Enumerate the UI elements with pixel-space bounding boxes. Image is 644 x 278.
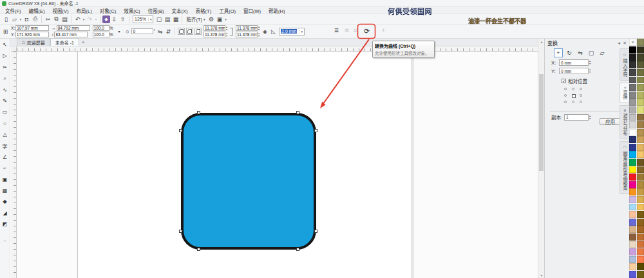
- anchor-radio[interactable]: [580, 94, 582, 97]
- color-swatch[interactable]: [629, 159, 636, 166]
- menu-item-3[interactable]: 布局(L): [73, 7, 96, 14]
- anchor-radio[interactable]: [564, 101, 567, 103]
- color-swatch[interactable]: [637, 106, 644, 114]
- parallel-dimension-tool[interactable]: ∠: [1, 153, 9, 161]
- color-swatch[interactable]: [637, 99, 644, 106]
- object-x-field[interactable]: 107.97 mm: [15, 25, 49, 31]
- shape-node[interactable]: [179, 129, 182, 132]
- docker-x-field[interactable]: 0 mm: [559, 59, 589, 66]
- zoom-level-combo[interactable]: 125% ▾: [133, 15, 153, 23]
- stepper[interactable]: ▴▾: [258, 32, 260, 37]
- color-swatch[interactable]: [637, 248, 644, 255]
- color-swatch[interactable]: [637, 129, 644, 136]
- text-tool[interactable]: 字: [1, 142, 9, 150]
- color-swatch[interactable]: [629, 196, 636, 203]
- color-swatch[interactable]: [637, 174, 644, 181]
- shape-node[interactable]: [197, 248, 200, 251]
- connector-tool[interactable]: ⌐: [1, 164, 9, 172]
- corner-radius-br-field[interactable]: 11.378 mm: [236, 32, 258, 37]
- color-swatch[interactable]: [629, 271, 636, 278]
- color-eyedropper-tool[interactable]: ◆: [1, 197, 9, 206]
- tab-untitled-document[interactable]: 未命名 -1: [50, 38, 79, 46]
- color-swatch[interactable]: [637, 84, 644, 91]
- color-swatch[interactable]: [637, 54, 644, 61]
- color-swatch[interactable]: [637, 121, 644, 128]
- color-swatch[interactable]: [629, 121, 636, 128]
- link-corners-icon[interactable]: [230, 28, 233, 35]
- scalloped-corner-button[interactable]: [186, 28, 193, 35]
- color-swatch[interactable]: [637, 144, 644, 151]
- menu-item-1[interactable]: 编辑(E): [25, 7, 49, 14]
- anchor-radio[interactable]: [580, 101, 582, 103]
- color-swatch[interactable]: [637, 69, 644, 76]
- crop-tool[interactable]: ✂: [1, 63, 9, 72]
- polygon-tool[interactable]: △: [1, 130, 9, 139]
- menu-item-6[interactable]: 位图(B): [144, 7, 168, 14]
- freehand-tool[interactable]: ∿: [1, 86, 9, 94]
- stepper[interactable]: ▴▾: [226, 26, 227, 31]
- docker-tab-1[interactable]: +变换: [620, 83, 629, 103]
- chamfered-corner-button[interactable]: [194, 28, 202, 35]
- app-launcher-icon[interactable]: ▣: [216, 15, 224, 23]
- pick-tool[interactable]: ↖: [1, 41, 9, 49]
- color-swatch[interactable]: [637, 136, 644, 143]
- docker-y-field[interactable]: 0 mm: [559, 68, 589, 74]
- object-y-field[interactable]: 171.926 mm: [15, 32, 49, 37]
- color-swatch[interactable]: [637, 77, 644, 84]
- menu-item-10[interactable]: 窗口(W): [240, 7, 265, 14]
- color-swatch[interactable]: [629, 248, 636, 255]
- shape-node[interactable]: [314, 230, 317, 233]
- shape-node[interactable]: [296, 111, 299, 114]
- color-swatch[interactable]: [629, 219, 636, 226]
- color-swatch[interactable]: [629, 204, 636, 211]
- round-corner-button[interactable]: [178, 28, 185, 35]
- object-height-field[interactable]: 83.417 mm: [54, 32, 88, 37]
- anchor-radio[interactable]: [564, 88, 567, 90]
- rounded-rectangle-object[interactable]: [181, 113, 316, 250]
- color-swatch[interactable]: [637, 39, 644, 46]
- color-swatch[interactable]: [629, 256, 636, 263]
- stepper[interactable]: ▴▾: [589, 68, 591, 74]
- menu-item-5[interactable]: 效果(C): [120, 7, 144, 14]
- copies-field[interactable]: 1: [564, 114, 589, 121]
- color-swatch[interactable]: [629, 188, 636, 195]
- color-swatch[interactable]: [629, 241, 636, 248]
- shape-node[interactable]: [296, 248, 299, 251]
- color-swatch[interactable]: [637, 256, 644, 263]
- color-swatch[interactable]: [629, 106, 636, 114]
- color-swatch[interactable]: [629, 181, 636, 188]
- artistic-media-tool[interactable]: ✎: [1, 97, 9, 105]
- menu-item-0[interactable]: 文件(F): [1, 7, 25, 14]
- scale-x-field[interactable]: 100.0: [93, 25, 109, 31]
- color-swatch[interactable]: [629, 226, 636, 233]
- transform-size-button[interactable]: ▢: [587, 48, 596, 57]
- stepper[interactable]: ▴▾: [589, 60, 591, 65]
- no-color-swatch[interactable]: ✕: [629, 39, 636, 46]
- corner-radius-tr-field[interactable]: 11.378 mm: [236, 25, 258, 31]
- show-rulers-icon[interactable]: ▤: [163, 15, 171, 23]
- menu-item-11[interactable]: 帮助(H): [265, 7, 289, 14]
- corner-radius-tl-field[interactable]: 11.378 mm: [204, 25, 225, 31]
- color-swatch[interactable]: [637, 211, 644, 218]
- color-swatch[interactable]: [637, 196, 644, 203]
- shape-tool[interactable]: ▷: [1, 52, 9, 60]
- menu-item-4[interactable]: 对象(C): [96, 7, 120, 14]
- interactive-fill-tool[interactable]: ◢: [1, 209, 9, 217]
- color-swatch[interactable]: [629, 114, 636, 121]
- color-swatch[interactable]: [637, 188, 644, 195]
- fullscreen-preview-icon[interactable]: ▢: [155, 15, 163, 23]
- mirror-vertical-icon[interactable]: ⇵: [164, 27, 173, 35]
- stepper[interactable]: ▴▾: [226, 32, 227, 37]
- transform-position-button[interactable]: +: [554, 48, 563, 57]
- apply-button[interactable]: 应用: [600, 118, 621, 125]
- color-swatch[interactable]: [629, 151, 636, 158]
- drop-shadow-tool[interactable]: ▣: [1, 175, 9, 184]
- options-gear-icon[interactable]: ⚙: [207, 15, 216, 23]
- color-swatch[interactable]: [637, 92, 644, 99]
- color-swatch[interactable]: [629, 166, 636, 174]
- color-swatch[interactable]: [629, 174, 636, 181]
- vertical-scrollbar[interactable]: ▲ ▼: [538, 39, 544, 278]
- color-swatch[interactable]: [637, 241, 644, 248]
- color-swatch[interactable]: [629, 61, 636, 68]
- menu-item-9[interactable]: 工具(O): [215, 7, 240, 14]
